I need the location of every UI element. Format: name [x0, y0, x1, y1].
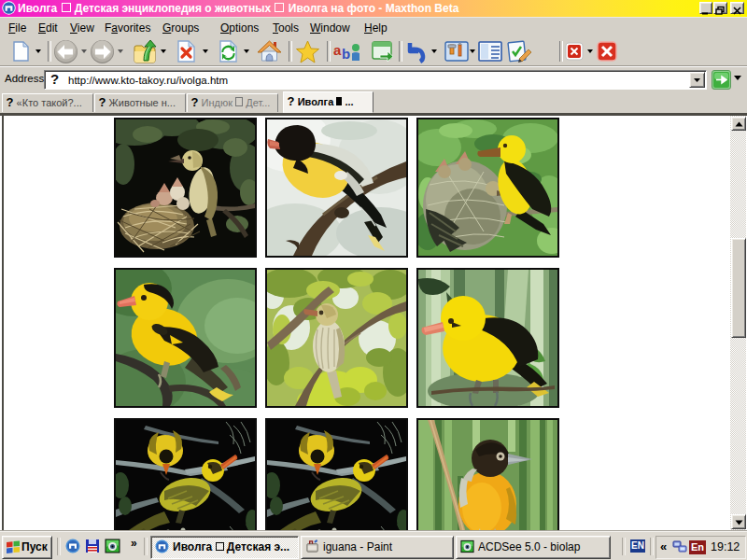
svg-text:b: b — [342, 46, 350, 62]
svg-text:a: a — [333, 42, 342, 58]
